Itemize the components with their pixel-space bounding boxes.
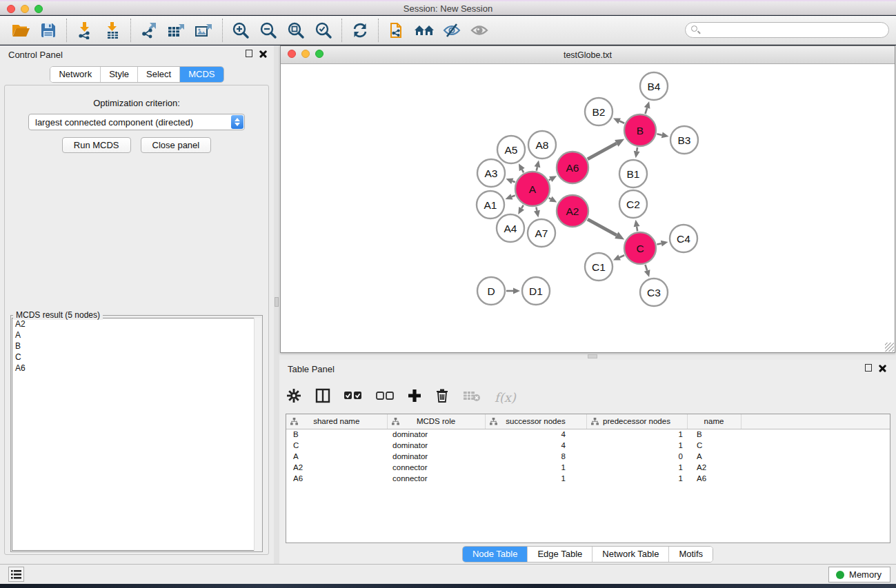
float-table-panel-icon[interactable]	[865, 364, 872, 372]
table-cell[interactable]: 4	[485, 440, 586, 451]
table-cell[interactable]: A6	[687, 473, 741, 484]
graph-edge[interactable]	[588, 143, 617, 159]
close-table-panel-icon[interactable]	[879, 364, 886, 372]
graph-edge[interactable]	[657, 243, 661, 244]
graph-edge[interactable]	[637, 227, 637, 232]
open-file-icon[interactable]	[7, 19, 34, 42]
table-row[interactable]: A2connector11A2	[286, 462, 890, 473]
function-builder-icon[interactable]: f(x)	[495, 390, 516, 405]
show-panels-icon[interactable]	[466, 19, 493, 42]
save-session-icon[interactable]	[34, 19, 62, 42]
graph-edge[interactable]	[645, 108, 647, 114]
zoom-out-icon[interactable]	[255, 19, 282, 42]
memory-button[interactable]: Memory	[828, 567, 890, 582]
settings-gear-icon[interactable]	[286, 388, 301, 406]
table-cell[interactable]: C	[687, 440, 741, 451]
table-cell[interactable]: B	[687, 429, 741, 440]
table-row[interactable]: Adominator80A	[286, 451, 890, 462]
import-network-icon[interactable]	[71, 19, 99, 42]
task-history-button[interactable]	[8, 567, 24, 582]
table-cell[interactable]: dominator	[387, 451, 485, 462]
graph-edge[interactable]	[619, 255, 624, 257]
delete-table-icon[interactable]	[463, 389, 481, 405]
table-cell[interactable]: 1	[586, 429, 687, 440]
deselect-all-checkboxes-icon[interactable]	[376, 391, 394, 403]
table-cell[interactable]: 0	[586, 451, 687, 462]
table-cell[interactable]: connector	[387, 473, 485, 484]
export-image-icon[interactable]	[190, 19, 218, 42]
table-row[interactable]: A6connector11A6	[286, 473, 890, 484]
graph-edge[interactable]	[645, 265, 647, 271]
table-cell[interactable]: A2	[687, 462, 741, 473]
table-cell[interactable]: dominator	[387, 429, 485, 440]
criterion-dropdown[interactable]: largest connected component (directed)	[28, 114, 245, 130]
network-canvas[interactable]: B4B2BB3A8A5A6A3B1AA1C2A2A4A7C4CC1DD1C3	[281, 64, 895, 352]
refresh-icon[interactable]	[346, 19, 374, 42]
select-all-checkboxes-icon[interactable]	[344, 391, 362, 403]
zoom-selected-icon[interactable]	[310, 19, 337, 42]
graph-edge[interactable]	[657, 134, 661, 135]
new-network-from-selection-icon[interactable]	[383, 19, 410, 42]
export-table-icon[interactable]	[163, 19, 190, 42]
table-row[interactable]: Bdominator41B	[286, 429, 890, 440]
mcds-result-list[interactable]: A2ABCA6	[12, 318, 261, 551]
export-network-icon[interactable]	[135, 19, 163, 42]
table-cell[interactable]: 4	[485, 429, 586, 440]
tab-network-table[interactable]: Network Table	[592, 547, 668, 562]
add-column-icon[interactable]	[408, 389, 421, 405]
float-panel-icon[interactable]	[246, 50, 252, 57]
close-panel-button[interactable]: Close panel	[141, 137, 212, 153]
graph-edge[interactable]	[522, 170, 524, 172]
table-cell[interactable]: 1	[485, 473, 586, 484]
result-scrollbar[interactable]	[254, 318, 261, 551]
graph-edge[interactable]	[549, 179, 550, 180]
table-cell[interactable]: 1	[586, 462, 687, 473]
window-resize-grip[interactable]	[885, 343, 894, 352]
table-cell[interactable]: A	[286, 451, 387, 462]
splitter-grip[interactable]	[588, 354, 597, 358]
vertical-splitter[interactable]	[274, 45, 279, 564]
graph-edge[interactable]	[549, 198, 551, 199]
mcds-result-item[interactable]: A2	[12, 318, 261, 330]
tab-motifs[interactable]: Motifs	[668, 547, 713, 562]
run-mcds-button[interactable]: Run MCDS	[62, 137, 131, 153]
table-cell[interactable]: 1	[485, 462, 586, 473]
table-cell[interactable]: connector	[387, 462, 485, 473]
table-cell[interactable]: B	[286, 429, 387, 440]
table-cell[interactable]: 1	[586, 473, 687, 484]
close-panel-icon[interactable]	[259, 50, 267, 57]
graph-edge[interactable]	[512, 196, 515, 197]
graph-edge[interactable]	[588, 219, 617, 235]
table-cell[interactable]: C	[286, 440, 387, 451]
mcds-result-item[interactable]: A	[12, 330, 261, 341]
table-cell[interactable]: 8	[485, 451, 586, 462]
graph-edge[interactable]	[536, 207, 537, 210]
table-row[interactable]: Cdominator41C	[286, 440, 890, 451]
graph-edge[interactable]	[537, 167, 537, 170]
import-table-icon[interactable]	[99, 19, 126, 42]
tab-network[interactable]: Network	[50, 67, 100, 82]
zoom-fit-icon[interactable]	[282, 19, 310, 42]
table-cell[interactable]: 1	[586, 440, 687, 451]
mcds-result-item[interactable]: A6	[12, 363, 261, 374]
tab-edge-table[interactable]: Edge Table	[527, 547, 592, 562]
hide-panels-icon[interactable]	[438, 19, 466, 42]
tab-style[interactable]: Style	[100, 67, 137, 82]
tab-select[interactable]: Select	[137, 67, 179, 82]
cybrowser-home-icon[interactable]	[410, 19, 438, 42]
table-header-row[interactable]: shared name MCDS role successor nodes pr…	[286, 414, 890, 429]
mcds-result-item[interactable]: C	[12, 352, 261, 363]
node-table[interactable]: shared name MCDS role successor nodes pr…	[286, 414, 890, 543]
search-input[interactable]	[685, 22, 889, 38]
tab-node-table[interactable]: Node Table	[463, 547, 528, 562]
graph-edge[interactable]	[521, 205, 524, 209]
table-cell[interactable]: A2	[286, 462, 387, 473]
table-cell[interactable]: A6	[286, 473, 387, 484]
table-cell[interactable]: dominator	[387, 440, 485, 451]
table-cell[interactable]: A	[687, 451, 741, 462]
network-window-titlebar[interactable]: testGlobe.txt	[281, 46, 895, 64]
graph-edge[interactable]	[512, 181, 515, 183]
graph-edge[interactable]	[619, 121, 624, 123]
column-layout-icon[interactable]	[315, 388, 330, 406]
graph-edge[interactable]	[637, 148, 637, 152]
